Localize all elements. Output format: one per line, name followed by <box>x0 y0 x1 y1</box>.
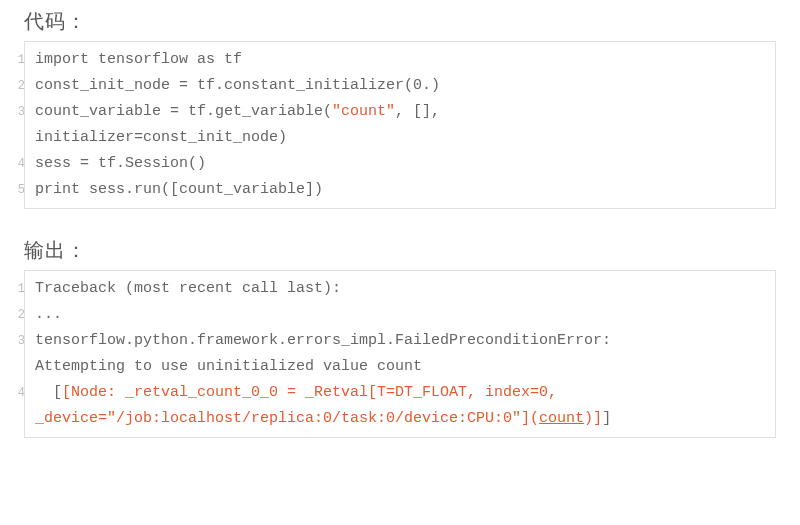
code-gutter: 1 2 3 . 4 5 <box>11 47 25 203</box>
code-line: count_variable = tf.get_variable("count"… <box>35 99 765 125</box>
line-number: 3 <box>11 328 25 354</box>
output-line-cont: Attempting to use uninitialized value co… <box>35 354 765 380</box>
output-line: Traceback (most recent call last): <box>35 276 765 302</box>
output-heading: 输出： <box>24 237 776 264</box>
output-gutter: 1 2 3 . 4 . <box>11 276 25 432</box>
output-block: 1 2 3 . 4 . Traceback (most recent call … <box>24 270 776 438</box>
line-number: 2 <box>11 73 25 99</box>
code-line-cont: initializer=const_init_node) <box>35 125 765 151</box>
code-line: import tensorflow as tf <box>35 47 765 73</box>
output-text: )] <box>584 410 602 427</box>
code-line: const_init_node = tf.constant_initialize… <box>35 73 765 99</box>
code-text: initializer=const_init_node) <box>35 129 287 146</box>
code-text: print sess.run([count_variable]) <box>35 181 323 198</box>
output-line: [[Node: _retval_count_0_0 = _Retval[T=DT… <box>35 380 765 406</box>
output-line: tensorflow.python.framework.errors_impl.… <box>35 328 765 354</box>
code-text: import tensorflow as tf <box>35 51 242 68</box>
output-text: Traceback (most recent call last): <box>35 280 341 297</box>
line-number: 3 <box>11 99 25 125</box>
code-heading: 代码： <box>24 8 776 35</box>
code-text: sess = tf.Session() <box>35 155 206 172</box>
line-number: 1 <box>11 47 25 73</box>
code-block: 1 2 3 . 4 5 import tensorflow as tf cons… <box>24 41 776 209</box>
output-text: [Node: _retval_count_0_0 = _Retval[T=DT_… <box>62 384 566 401</box>
line-number: 4 <box>11 380 25 406</box>
document-page: 代码： 1 2 3 . 4 5 import tensorflow as tf … <box>0 0 800 448</box>
line-number: 4 <box>11 151 25 177</box>
output-line-cont: _device="/job:localhost/replica:0/task:0… <box>35 406 765 432</box>
output-error-text: _device="/job:localhost/replica:0/task:0… <box>35 410 602 427</box>
output-text: tensorflow.python.framework.errors_impl.… <box>35 332 620 349</box>
line-number: 1 <box>11 276 25 302</box>
output-text: ] <box>602 410 611 427</box>
code-line: sess = tf.Session() <box>35 151 765 177</box>
output-line: ... <box>35 302 765 328</box>
output-text: _device="/job:localhost/replica:0/task:0… <box>35 410 539 427</box>
output-text: ... <box>35 306 62 323</box>
code-text: const_init_node = tf.constant_initialize… <box>35 77 440 94</box>
output-error-text: [Node: _retval_count_0_0 = _Retval[T=DT_… <box>62 384 566 401</box>
code-line: print sess.run([count_variable]) <box>35 177 765 203</box>
code-body: import tensorflow as tf const_init_node … <box>25 42 775 208</box>
output-error-link[interactable]: count <box>539 410 584 427</box>
output-text: Attempting to use uninitialized value co… <box>35 358 422 375</box>
line-number: 2 <box>11 302 25 328</box>
line-number: 5 <box>11 177 25 203</box>
output-text: [ <box>35 384 62 401</box>
code-text: , [], <box>395 103 449 120</box>
output-body: Traceback (most recent call last): ... t… <box>25 271 775 437</box>
code-text: count_variable = tf.get_variable( <box>35 103 332 120</box>
code-string-literal: "count" <box>332 103 395 120</box>
